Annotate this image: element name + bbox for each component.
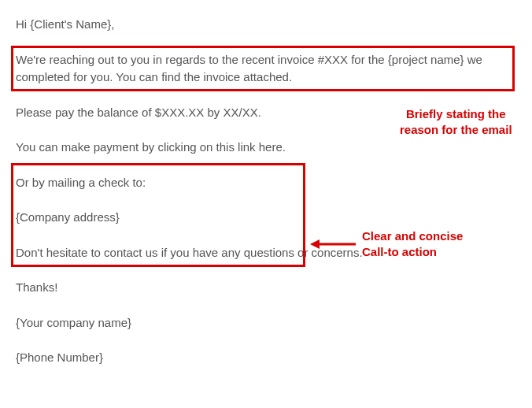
- mailing-check-text: Or by mailing a check to:: [16, 174, 516, 192]
- arrow-icon: [310, 239, 356, 250]
- svg-marker-1: [310, 239, 320, 249]
- payment-link-text: You can make payment by clicking on this…: [16, 139, 516, 157]
- thanks-text: Thanks!: [16, 279, 516, 297]
- greeting-text: Hi {Client's Name},: [16, 16, 516, 34]
- annotation-reason-line2: reason for the email: [400, 122, 512, 138]
- annotation-reason: Briefly stating the reason for the email: [400, 106, 512, 137]
- company-name-text: {Your company name}: [16, 314, 516, 332]
- annotation-cta: Clear and concise Call-to action: [362, 228, 463, 259]
- annotation-reason-line1: Briefly stating the: [400, 106, 512, 122]
- annotation-cta-line2: Call-to action: [362, 244, 463, 260]
- intro-text: We're reaching out to you in regards to …: [16, 51, 516, 87]
- annotation-cta-line1: Clear and concise: [362, 228, 463, 244]
- company-address-text: {Company address}: [16, 209, 516, 227]
- phone-text: {Phone Number}: [16, 349, 516, 367]
